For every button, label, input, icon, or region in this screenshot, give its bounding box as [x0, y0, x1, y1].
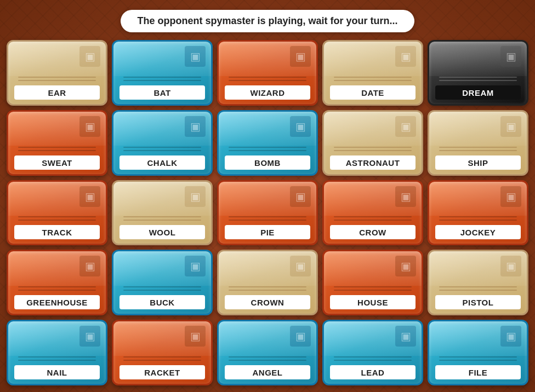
card-label: WIZARD	[225, 85, 311, 100]
card-racket[interactable]: RACKET	[112, 320, 213, 385]
stamp-icon	[395, 186, 416, 207]
card-lines	[334, 216, 412, 223]
stamp-icon	[79, 116, 100, 137]
card-track[interactable]: TRACK	[7, 180, 107, 246]
card-dream[interactable]: DREAM	[428, 40, 528, 106]
card-label: CROWN	[225, 295, 311, 309]
card-lines	[229, 147, 306, 153]
card-label: SWEAT	[14, 155, 100, 170]
status-banner: The opponent spymaster is playing, wait …	[121, 10, 414, 32]
card-lines	[439, 216, 517, 223]
card-file[interactable]: FILE	[428, 320, 528, 385]
card-label: DATE	[330, 85, 416, 100]
stamp-icon	[185, 116, 206, 137]
card-greenhouse[interactable]: GREENHOUSE	[7, 250, 107, 315]
card-label: SHIP	[435, 155, 521, 170]
stamp-icon	[500, 46, 521, 67]
card-label: HOUSE	[330, 295, 416, 309]
stamp-icon	[500, 116, 521, 137]
card-astronaut[interactable]: ASTRONAUT	[322, 110, 423, 176]
stamp-icon	[79, 186, 100, 207]
card-label: CHALK	[119, 155, 206, 170]
stamp-icon	[395, 256, 416, 276]
card-jockey[interactable]: JOCKEY	[428, 180, 528, 246]
stamp-icon	[500, 326, 521, 347]
card-nail[interactable]: NAIL	[7, 320, 107, 385]
card-label: RACKET	[119, 365, 206, 379]
card-lines	[439, 147, 517, 153]
card-label: EAR	[14, 85, 100, 100]
stamp-icon	[500, 256, 521, 276]
card-sweat[interactable]: SWEAT	[7, 110, 107, 176]
card-lines	[439, 77, 517, 83]
card-crow[interactable]: CROW	[322, 180, 423, 246]
stamp-icon	[395, 326, 416, 347]
card-lines	[229, 286, 306, 293]
stamp-icon	[79, 46, 100, 67]
card-lines	[18, 356, 96, 363]
card-date[interactable]: DATE	[322, 40, 423, 106]
stamp-icon	[395, 46, 416, 67]
card-label: ASTRONAUT	[330, 155, 416, 170]
card-lines	[123, 286, 201, 293]
stamp-icon	[79, 326, 100, 347]
card-label: FILE	[435, 365, 521, 379]
card-lead[interactable]: LEAD	[322, 320, 423, 385]
card-label: CROW	[330, 225, 416, 239]
card-lines	[439, 356, 517, 363]
card-label: BOMB	[225, 155, 311, 170]
card-label: DREAM	[435, 85, 521, 100]
card-angel[interactable]: ANGEL	[217, 320, 318, 385]
stamp-icon	[290, 186, 311, 207]
card-wool[interactable]: WOOL	[112, 180, 213, 246]
card-lines	[334, 286, 412, 293]
stamp-icon	[185, 326, 206, 347]
card-buck[interactable]: BUCK	[112, 250, 213, 315]
card-lines	[229, 77, 306, 83]
card-lines	[123, 77, 201, 83]
stamp-icon	[500, 186, 521, 207]
card-pistol[interactable]: PISTOL	[428, 250, 528, 315]
card-crown[interactable]: CROWN	[217, 250, 318, 315]
stamp-icon	[290, 326, 311, 347]
card-grid: EAR BAT WIZARD DATE	[7, 40, 528, 385]
card-lines	[18, 147, 96, 153]
card-lines	[229, 356, 306, 363]
card-lines	[18, 286, 96, 293]
card-chalk[interactable]: CHALK	[112, 110, 213, 176]
card-house[interactable]: HOUSE	[322, 250, 423, 315]
card-ship[interactable]: SHIP	[428, 110, 528, 176]
card-label: PIE	[225, 225, 311, 239]
card-lines	[18, 77, 96, 83]
card-label: JOCKEY	[435, 225, 521, 239]
stamp-icon	[79, 256, 100, 276]
stamp-icon	[185, 46, 206, 67]
stamp-icon	[290, 46, 311, 67]
card-bomb[interactable]: BOMB	[217, 110, 318, 176]
stamp-icon	[290, 256, 311, 276]
card-label: TRACK	[14, 225, 100, 239]
card-wizard[interactable]: WIZARD	[217, 40, 318, 106]
card-lines	[334, 77, 412, 83]
stamp-icon	[395, 116, 416, 137]
card-label: BAT	[119, 85, 206, 100]
card-lines	[123, 216, 201, 223]
stamp-icon	[290, 116, 311, 137]
card-label: ANGEL	[225, 365, 311, 379]
card-label: WOOL	[119, 225, 206, 239]
card-label: PISTOL	[435, 295, 521, 309]
card-pie[interactable]: PIE	[217, 180, 318, 246]
card-ear[interactable]: EAR	[7, 40, 107, 106]
card-lines	[123, 356, 201, 363]
card-lines	[334, 356, 412, 363]
card-lines	[334, 147, 412, 153]
card-label: LEAD	[330, 365, 416, 379]
card-label: NAIL	[14, 365, 100, 379]
card-bat[interactable]: BAT	[112, 40, 213, 106]
stamp-icon	[185, 256, 206, 276]
stamp-icon	[185, 186, 206, 207]
card-label: GREENHOUSE	[14, 295, 100, 309]
card-lines	[229, 216, 306, 223]
card-lines	[123, 147, 201, 153]
card-lines	[18, 216, 96, 223]
